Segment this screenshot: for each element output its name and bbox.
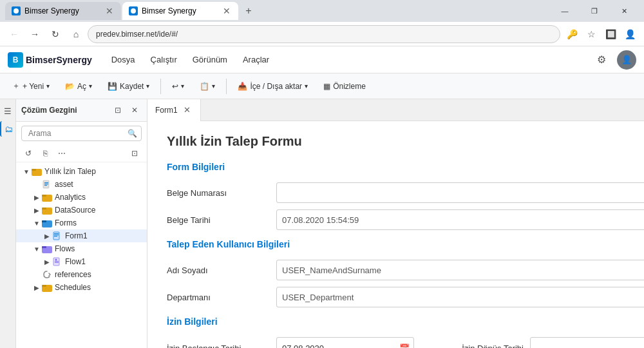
menu-araclar[interactable]: Araçlar [236,51,276,68]
tree-item-forms[interactable]: ▼ Forms [16,217,147,229]
settings-icon[interactable]: ⚙ [591,50,612,70]
new-label: + Yeni [23,82,44,91]
tree-copy-button[interactable]: ⎘ [38,146,52,160]
forms-arrow[interactable]: ▼ [32,220,42,227]
menu-dosya[interactable]: Dosya [105,51,142,68]
flows-arrow[interactable]: ▼ [32,246,42,253]
tree-item-flows[interactable]: ▼ Flows [16,242,147,255]
search-input[interactable] [26,126,128,140]
import-export-label: İçe / Dışa aktar [250,82,302,91]
address-icons: 🔑 ☆ 🔲 👤 [563,25,639,43]
form-row-izin-baslangic: İzin Başlangıç Tarihi 📅 İzin Dönüş Tarih… [167,337,644,348]
left-icons-panel: ☰ 🗂 [0,99,16,348]
tree-expand-button[interactable]: ⊡ [128,146,142,160]
analytics-arrow[interactable]: ▶ [32,194,42,201]
address-bar: ← → ↻ ⌂ 🔑 ☆ 🔲 👤 [0,22,644,46]
key-icon[interactable]: 🔑 [563,25,581,43]
input-adi-soyadi[interactable] [276,260,644,280]
content-tab-form1[interactable]: Form1 ✕ [147,99,201,121]
redo-button[interactable]: 📋 ▾ [193,79,222,94]
save-button[interactable]: 💾 Kaydet ▾ [100,79,156,94]
input-izin-donus-wrapper[interactable]: 📅 [530,337,644,348]
extensions-icon[interactable]: 🔲 [601,25,620,43]
svg-rect-16 [54,235,59,235]
tree-refresh-button[interactable]: ↺ [21,146,35,160]
svg-rect-7 [44,185,47,186]
tree-item-references[interactable]: references [16,268,147,281]
content-tab-close[interactable]: ✕ [182,104,193,115]
svg-rect-22 [55,261,59,262]
input-belge-no[interactable] [276,182,644,203]
tree-item-datasource[interactable]: ▶ DataSource [16,204,147,217]
minimize-button[interactable]: — [550,0,580,22]
import-export-dropdown-icon: ▾ [305,82,308,90]
schedules-folder-icon [42,282,52,293]
new-button[interactable]: ＋ + Yeni ▾ [5,77,57,95]
collapse-arrow[interactable]: ▼ [21,168,32,175]
forward-button[interactable]: → [26,25,44,43]
star-icon[interactable]: ☆ [582,25,600,43]
close-button[interactable]: ✕ [609,0,639,22]
browser-tab-1[interactable]: Bimser Synergy ✕ [5,2,121,20]
menu-gorunum[interactable]: Görünüm [186,51,234,68]
svg-rect-15 [54,233,59,234]
solution-panel: Çözüm Gezgini ⊡ ✕ 🔍 ↺ ⎘ ⋯ ⊡ ▼ Yıllık İzi… [16,99,147,348]
tab-close-2[interactable]: ✕ [222,5,232,17]
form1-arrow[interactable]: ▶ [42,233,52,240]
home-button[interactable]: ⌂ [67,25,85,43]
input-izin-baslangic-wrapper[interactable]: 📅 [276,337,414,348]
browser-titlebar: Bimser Synergy ✕ Bimser Synergy ✕ + — ❐ … [0,0,644,22]
new-tab-button[interactable]: + [240,2,258,20]
open-folder-icon: 📂 [65,82,75,91]
label-departmani: Departmanı [167,293,270,302]
panel-title: Çözüm Gezgini [21,106,108,115]
tree-item-form1[interactable]: ▶ Form1 [16,229,147,242]
profile-icon[interactable]: 👤 [621,25,639,43]
back-button[interactable]: ← [5,25,23,43]
search-box[interactable]: 🔍 [21,126,142,141]
input-departmani[interactable] [276,287,644,307]
tree-item-asset[interactable]: asset [16,178,147,191]
tab-close-1[interactable]: ✕ [104,5,115,17]
left-icon-menu[interactable]: ☰ [0,103,15,119]
forms-folder-icon [42,218,52,228]
open-button[interactable]: 📂 Aç ▾ [58,79,99,94]
svg-rect-5 [44,182,48,183]
import-export-button[interactable]: 📥 İçe / Dışa aktar ▾ [231,79,315,94]
app-logo-text: BimserSynergy [26,55,92,65]
datasource-folder-icon [42,205,52,215]
open-label: Aç [77,82,86,91]
main-layout: ☰ 🗂 Çözüm Gezgini ⊡ ✕ 🔍 ↺ ⎘ ⋯ ⊡ ▼ [0,99,644,348]
form-row-adi-soyadi: Adı Soyadı [167,260,644,280]
flow1-arrow[interactable]: ▶ [42,258,52,266]
svg-rect-3 [32,169,36,171]
panel-pin-button[interactable]: ⊡ [111,103,125,117]
browser-tab-2[interactable]: Bimser Synergy ✕ [122,2,238,20]
panel-close-button[interactable]: ✕ [128,103,142,117]
menu-calistir[interactable]: Çalıştır [144,51,184,68]
search-icon: 🔍 [128,129,137,138]
tree-item-yillik[interactable]: ▼ Yıllık İzin Talep [16,165,147,178]
tree-more-button[interactable]: ⋯ [55,146,69,160]
left-icon-explorer[interactable]: 🗂 [0,121,15,137]
import-export-icon: 📥 [238,82,247,91]
reload-button[interactable]: ↻ [46,25,64,43]
user-avatar[interactable]: 👤 [617,50,636,70]
calendar-icon[interactable]: 📅 [395,343,413,349]
root-folder-icon [32,166,42,177]
datasource-arrow[interactable]: ▶ [32,207,42,214]
input-belge-tarihi[interactable] [276,209,644,230]
preview-button[interactable]: ▦ Önizleme [316,79,373,94]
tree-item-schedules[interactable]: ▶ Schedules [16,281,147,294]
tabs-bar: Bimser Synergy ✕ Bimser Synergy ✕ + [5,2,547,20]
tree-item-analytics[interactable]: ▶ Analytics [16,191,147,204]
svg-rect-25 [42,285,46,287]
input-izin-donus[interactable] [531,338,644,348]
tree-item-flow1[interactable]: ▶ Flow1 [16,255,147,268]
svg-rect-9 [42,195,46,197]
input-izin-baslangic[interactable] [277,338,395,348]
schedules-arrow[interactable]: ▶ [32,284,42,291]
maximize-button[interactable]: ❐ [580,0,609,22]
address-input[interactable] [88,25,560,43]
undo-button[interactable]: ↩ ▾ [165,79,191,94]
